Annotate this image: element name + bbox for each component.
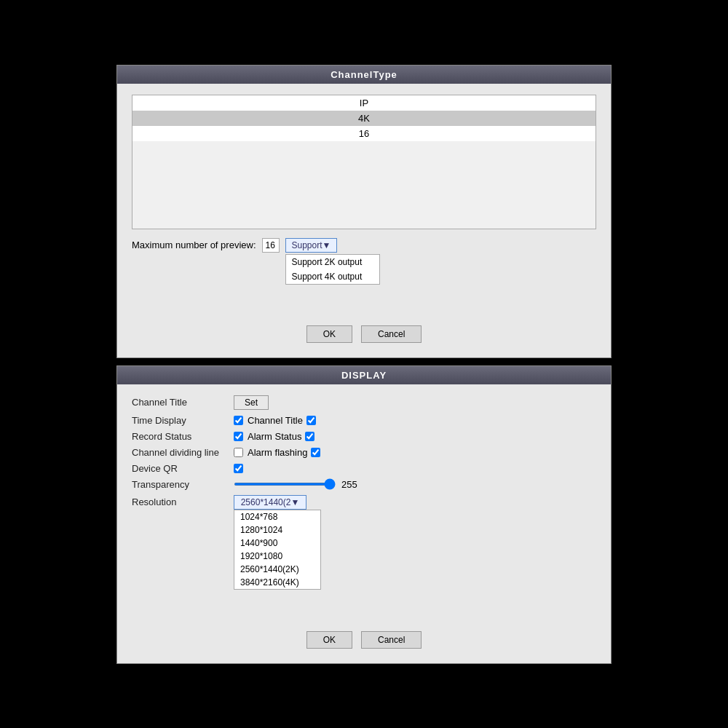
display-buttons: OK Cancel: [132, 624, 596, 652]
channel-dividing-label: Channel dividing line: [132, 447, 234, 458]
channel-dividing-checkbox[interactable]: [234, 448, 243, 457]
channel-title-checkbox-group: Channel Title: [248, 415, 316, 426]
resolution-wrapper: 2560*1440(2▼ 1024*768 1280*1024 1440*900…: [234, 495, 306, 510]
display-title: DISPLAY: [117, 366, 611, 384]
channel-title-cb-label: Channel Title: [248, 415, 303, 426]
support-dropdown-menu: Support 2K output Support 4K output: [285, 254, 380, 285]
resolution-row: 2560*1440(2▼ 1024*768 1280*1024 1440*900…: [234, 495, 596, 510]
time-display-checkbox[interactable]: [234, 416, 243, 425]
transparency-slider[interactable]: [234, 483, 336, 486]
res-option-3[interactable]: 1440*900: [234, 537, 320, 550]
channel-title-label: Channel Title: [132, 397, 234, 408]
channeltype-dialog: ChannelType IP 4K 16 Maximum number of p…: [116, 65, 612, 358]
preview-label: Maximum number of preview:: [132, 240, 256, 250]
alarm-status-checkbox-group: Alarm Status: [248, 431, 314, 442]
display-dialog: DISPLAY Channel Title Set Time Display C…: [116, 365, 612, 664]
device-qr-checkbox[interactable]: [234, 464, 243, 473]
channel-title-set-button[interactable]: Set: [234, 395, 269, 410]
list-item-4k[interactable]: 4K: [132, 111, 596, 126]
res-option-1[interactable]: 1024*768: [234, 510, 320, 523]
display-ok-button[interactable]: OK: [306, 631, 352, 649]
time-display-row: Channel Title: [234, 415, 596, 426]
alarm-flashing-checkbox-group: Alarm flashing: [248, 447, 320, 458]
channel-title-checkbox[interactable]: [306, 416, 316, 425]
res-option-4[interactable]: 1920*1080: [234, 550, 320, 563]
channeltype-title: ChannelType: [117, 66, 611, 84]
channeltype-buttons: OK Cancel: [132, 318, 596, 347]
res-option-2[interactable]: 1280*1024: [234, 523, 320, 537]
time-display-checkbox-group: [234, 416, 243, 425]
channeltype-cancel-button[interactable]: Cancel: [361, 325, 422, 343]
resolution-label: Resolution: [132, 496, 234, 507]
channeltype-ok-button[interactable]: OK: [306, 325, 352, 343]
channel-list-empty-area: [132, 141, 596, 229]
transparency-row: 255: [234, 479, 596, 490]
preview-row: Maximum number of preview: 16 Support▼ S…: [132, 238, 596, 253]
resolution-list: 1024*768 1280*1024 1440*900 1920*1080 25…: [234, 510, 321, 590]
record-status-label: Record Status: [132, 431, 234, 442]
record-status-checkbox-group: [234, 432, 243, 441]
alarm-flashing-checkbox[interactable]: [311, 448, 320, 457]
alarm-status-label: Alarm Status: [248, 431, 301, 442]
record-status-row: Alarm Status: [234, 431, 596, 442]
channel-list: IP 4K 16: [132, 95, 596, 229]
res-option-6[interactable]: 3840*2160(4K): [234, 576, 320, 589]
preview-select[interactable]: 16: [262, 238, 280, 253]
record-status-checkbox[interactable]: [234, 432, 243, 441]
display-cancel-button[interactable]: Cancel: [361, 631, 422, 649]
support-dropdown-button[interactable]: Support▼: [285, 238, 338, 253]
transparency-value: 255: [341, 479, 357, 490]
channel-dividing-checkbox-group: [234, 448, 243, 457]
channel-dividing-row: Alarm flashing: [234, 447, 596, 458]
resolution-dropdown-button[interactable]: 2560*1440(2▼: [234, 495, 306, 510]
channel-title-row: Set: [234, 395, 596, 410]
time-display-label: Time Display: [132, 415, 234, 426]
support-4k-option[interactable]: Support 4K output: [286, 269, 379, 284]
alarm-flashing-label: Alarm flashing: [248, 447, 307, 458]
list-item-16[interactable]: 16: [132, 126, 596, 141]
support-2k-option[interactable]: Support 2K output: [286, 255, 379, 269]
list-item-ip[interactable]: IP: [132, 95, 596, 111]
device-qr-label: Device QR: [132, 463, 234, 474]
device-qr-row: [234, 464, 596, 473]
transparency-label: Transparency: [132, 479, 234, 490]
res-option-5[interactable]: 2560*1440(2K): [234, 563, 320, 576]
alarm-status-checkbox[interactable]: [305, 432, 314, 441]
display-settings-grid: Channel Title Set Time Display Channel T…: [132, 395, 596, 529]
